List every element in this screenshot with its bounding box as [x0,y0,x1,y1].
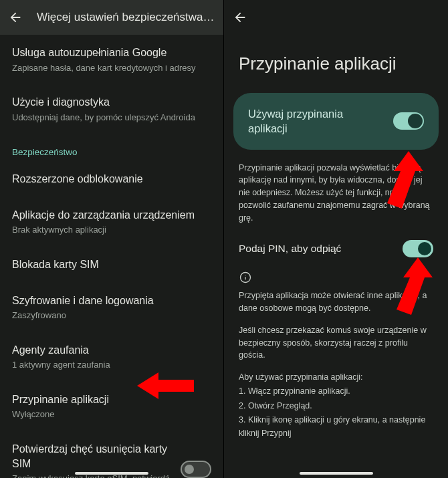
use-app-pinning-card[interactable]: Używaj przypinania aplikacji [233,93,439,150]
step: 3. Kliknij ikonę aplikacji u góry ekranu… [239,414,433,440]
nav-handle[interactable] [300,472,373,475]
list-item[interactable]: Blokada karty SIM [12,247,211,283]
settings-list: Usługa autouzupełniania Google Zapisane … [0,35,223,478]
back-icon[interactable] [8,9,23,25]
steps-list: Aby używać przypinania aplikacji: 1. Włą… [224,371,448,440]
item-title: Szyfrowanie i dane logowania [12,293,211,308]
sim-confirm-toggle[interactable] [181,461,211,478]
list-item[interactable]: Użycie i diagnostyka Udostępniaj dane, b… [12,84,211,134]
item-title: Agenty zaufania [12,343,211,358]
annotation-arrow [137,371,194,400]
svg-point-2 [245,275,246,275]
item-title: Aplikacje do zarządzania urządzeniem [12,208,211,223]
page-title: Przypinanie aplikacji [224,35,448,93]
item-subtitle: Brak aktywnych aplikacji [12,224,211,236]
item-subtitle: Udostępniaj dane, by pomóc ulepszyć Andr… [12,112,211,124]
info-icon [239,271,252,284]
app-bar [224,0,448,35]
description-text: Jeśli chcesz przekazać komuś swoje urząd… [224,324,448,371]
app-pinning-screen: Przypinanie aplikacji Używaj przypinania… [224,0,448,478]
card-title: Używaj przypinania aplikacji [248,106,385,136]
step: 2. Otwórz Przegląd. [239,400,433,412]
list-item[interactable]: Rozszerzone odblokowanie [12,161,211,197]
item-title: Rozszerzone odblokowanie [12,172,211,187]
item-title: Użycie i diagnostyka [12,95,211,110]
item-subtitle: Wyłączone [12,408,211,421]
settings-security-screen: Więcej ustawień bezpieczeństwa i … Usług… [0,0,224,478]
nav-handle[interactable] [75,472,148,475]
page-title: Więcej ustawień bezpieczeństwa i … [37,11,215,24]
list-item[interactable]: Potwierdzaj chęć usunięcia karty SIM Zan… [12,431,211,478]
use-app-pinning-toggle[interactable] [393,112,424,130]
steps-intro: Aby używać przypinania aplikacji: [239,371,433,384]
annotation-arrow [368,151,423,209]
item-title: Potwierdzaj chęć usunięcia karty SIM [12,442,174,471]
item-title: Blokada karty SIM [12,257,211,272]
annotation-arrow [379,257,433,315]
app-bar: Więcej ustawień bezpieczeństwa i … [0,0,223,35]
step: 1. Włącz przypinanie aplikacji. [239,385,433,398]
list-item[interactable]: Szyfrowanie i dane logowania Zaszyfrowan… [12,283,211,332]
require-pin-toggle[interactable] [403,240,433,257]
item-subtitle: Zaszyfrowano [12,310,211,322]
item-subtitle: Zapisane hasła, dane kart kredytowych i … [12,62,211,74]
back-icon[interactable] [232,9,248,25]
list-item[interactable]: Aplikacje do zarządzania urządzeniem Bra… [12,197,211,247]
item-title: Podaj PIN, aby odpiąć [239,242,341,256]
item-title: Usługa autouzupełniania Google [12,45,211,60]
section-header: Bezpieczeństwo [12,134,211,161]
item-subtitle: 1 aktywny agent zaufania [12,359,211,371]
list-item[interactable]: Usługa autouzupełniania Google Zapisane … [12,35,211,84]
